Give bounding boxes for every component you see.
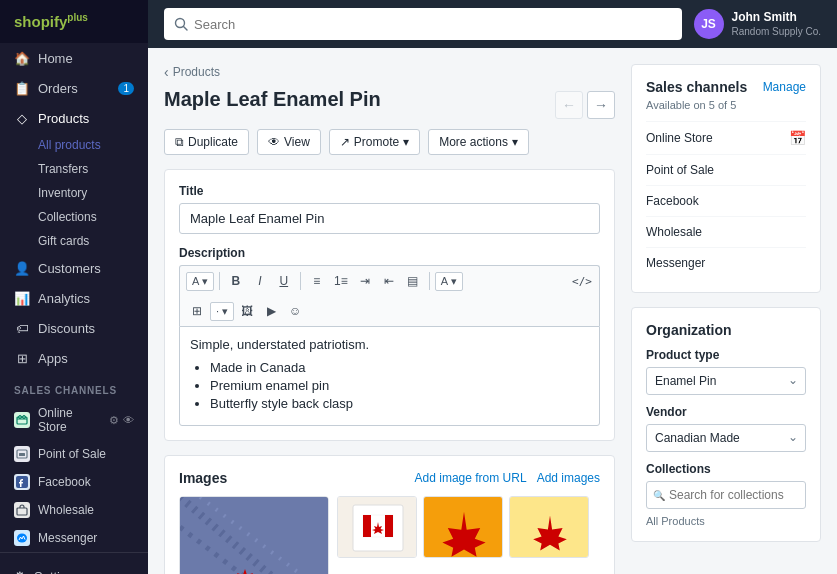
editor-indent-button[interactable]: ⇥ xyxy=(354,270,376,292)
prev-product-button[interactable]: ← xyxy=(555,91,583,119)
vendor-select[interactable]: Canadian Made xyxy=(646,424,806,452)
sidebar-item-apps[interactable]: ⊞ Apps xyxy=(0,343,148,373)
sales-channels-card-body: Sales channels Manage Available on 5 of … xyxy=(632,65,820,292)
view-icon: 👁 xyxy=(268,135,280,149)
sidebar-item-messenger[interactable]: Messenger xyxy=(0,524,148,552)
sales-channels-label: SALES CHANNELS xyxy=(0,373,148,400)
collections-search-input[interactable] xyxy=(646,481,806,509)
editor-list: Made in Canada Premium enamel pin Butter… xyxy=(210,360,589,411)
next-product-button[interactable]: → xyxy=(587,91,615,119)
product-image-main[interactable] xyxy=(179,496,329,574)
editor-source-button[interactable]: </> xyxy=(571,270,593,292)
app-logo[interactable]: shopifyplus xyxy=(0,0,148,43)
sidebar-item-products[interactable]: ◇ Products xyxy=(0,103,148,133)
editor-list-item-2: Premium enamel pin xyxy=(210,378,589,393)
subnav-all-products[interactable]: All products xyxy=(38,133,148,157)
sidebar-item-discounts[interactable]: 🏷 Discounts xyxy=(0,313,148,343)
editor-content[interactable]: Simple, understated patriotism. Made in … xyxy=(179,326,600,426)
sidebar-item-label: Discounts xyxy=(38,321,95,336)
add-images-link[interactable]: Add images xyxy=(537,471,600,485)
sidebar-item-wholesale[interactable]: Wholesale xyxy=(0,496,148,524)
editor-table-button[interactable]: ⊞ xyxy=(186,300,208,322)
sidebar-item-label: Orders xyxy=(38,81,78,96)
product-image-3[interactable] xyxy=(423,496,503,558)
add-image-url-link[interactable]: Add image from URL xyxy=(415,471,527,485)
collections-label: Collections xyxy=(646,462,806,476)
more-actions-button[interactable]: More actions ▾ xyxy=(428,129,529,155)
online-store-view-icon[interactable]: 👁 xyxy=(123,414,134,427)
duplicate-button[interactable]: ⧉ Duplicate xyxy=(164,129,249,155)
product-image-2[interactable] xyxy=(337,496,417,558)
editor-list-item-3: Butterfly style back clasp xyxy=(210,396,589,411)
home-icon: 🏠 xyxy=(14,50,30,66)
title-card: Title Description A ▾ B I U ≡ 1≡ ⇥ xyxy=(164,169,615,441)
user-info: John Smith Random Supply Co. xyxy=(732,10,822,39)
editor-bold-button[interactable]: B xyxy=(225,270,247,292)
editor-italic-button[interactable]: I xyxy=(249,270,271,292)
editor-emoji-button[interactable]: ☺ xyxy=(284,300,306,322)
user-store: Random Supply Co. xyxy=(732,25,822,38)
svg-rect-6 xyxy=(17,508,27,515)
editor-outdent-button[interactable]: ⇤ xyxy=(378,270,400,292)
subnav-gift-cards[interactable]: Gift cards xyxy=(38,229,148,253)
manage-channels-link[interactable]: Manage xyxy=(763,80,806,94)
organization-card-body: Organization Product type Enamel Pin Ven… xyxy=(632,308,820,541)
title-input[interactable] xyxy=(179,203,600,234)
sidebar-item-orders[interactable]: 📋 Orders 1 xyxy=(0,73,148,103)
search-icon xyxy=(174,17,188,31)
images-header: Images Add image from URL Add images xyxy=(179,470,600,486)
sidebar-item-home[interactable]: 🏠 Home xyxy=(0,43,148,73)
settings-label: Settings xyxy=(34,569,81,574)
subnav-transfers[interactable]: Transfers xyxy=(38,157,148,181)
sidebar-item-point-of-sale[interactable]: Point of Sale xyxy=(0,440,148,468)
vendor-select-wrapper: Canadian Made xyxy=(646,424,806,452)
right-column: Sales channels Manage Available on 5 of … xyxy=(631,64,821,558)
sidebar-item-settings[interactable]: ⚙ Settings xyxy=(14,563,134,574)
editor-underline-button[interactable]: U xyxy=(273,270,295,292)
user-area: JS John Smith Random Supply Co. xyxy=(694,9,822,39)
view-button[interactable]: 👁 View xyxy=(257,129,321,155)
editor-image-button[interactable]: 🖼 xyxy=(236,300,258,322)
sidebar-item-customers[interactable]: 👤 Customers xyxy=(0,253,148,283)
title-label: Title xyxy=(179,184,600,198)
image-thumbs xyxy=(337,496,589,574)
editor-color-dropdown[interactable]: A ▾ xyxy=(435,272,463,291)
search-input[interactable] xyxy=(194,17,672,32)
description-label: Description xyxy=(179,246,600,260)
customers-icon: 👤 xyxy=(14,260,30,276)
subnav-collections[interactable]: Collections xyxy=(38,205,148,229)
orders-badge: 1 xyxy=(118,82,134,95)
editor-format-dropdown[interactable]: A ▾ xyxy=(186,272,214,291)
sc-pos-label: Point of Sale xyxy=(646,163,714,177)
toolbar-sep-1 xyxy=(219,272,220,290)
products-subnav: All products Transfers Inventory Collect… xyxy=(0,133,148,253)
topbar: JS John Smith Random Supply Co. xyxy=(148,0,837,48)
sidebar-item-online-store[interactable]: Online Store ⚙ 👁 xyxy=(0,400,148,440)
products-icon: ◇ xyxy=(14,110,30,126)
editor-ordered-list-button[interactable]: 1≡ xyxy=(330,270,352,292)
online-store-label: Online Store xyxy=(38,406,101,434)
avatar: JS xyxy=(694,9,724,39)
editor-video-button[interactable]: ▶ xyxy=(260,300,282,322)
sc-facebook-label: Facebook xyxy=(646,194,699,208)
sidebar-item-label: Home xyxy=(38,51,73,66)
vendor-label: Vendor xyxy=(646,405,806,419)
subnav-inventory[interactable]: Inventory xyxy=(38,181,148,205)
sidebar-item-facebook[interactable]: Facebook xyxy=(0,468,148,496)
editor-insert-dropdown[interactable]: · ▾ xyxy=(210,302,234,321)
images-grid xyxy=(179,496,600,574)
product-image-4[interactable] xyxy=(509,496,589,558)
page-title: Maple Leaf Enamel Pin xyxy=(164,88,381,111)
sidebar-item-analytics[interactable]: 📊 Analytics xyxy=(0,283,148,313)
messenger-icon xyxy=(14,530,30,546)
search-bar[interactable] xyxy=(164,8,682,40)
toolbar-sep-2 xyxy=(300,272,301,290)
editor-align-button[interactable]: ▤ xyxy=(402,270,424,292)
sidebar-item-label: Products xyxy=(38,111,89,126)
online-store-settings-icon[interactable]: ⚙ xyxy=(109,414,119,427)
breadcrumb-parent[interactable]: Products xyxy=(173,65,220,79)
product-type-select[interactable]: Enamel Pin xyxy=(646,367,806,395)
promote-button[interactable]: ↗ Promote ▾ xyxy=(329,129,420,155)
sc-channel-calendar-icon[interactable]: 📅 xyxy=(789,130,806,146)
editor-list-button[interactable]: ≡ xyxy=(306,270,328,292)
